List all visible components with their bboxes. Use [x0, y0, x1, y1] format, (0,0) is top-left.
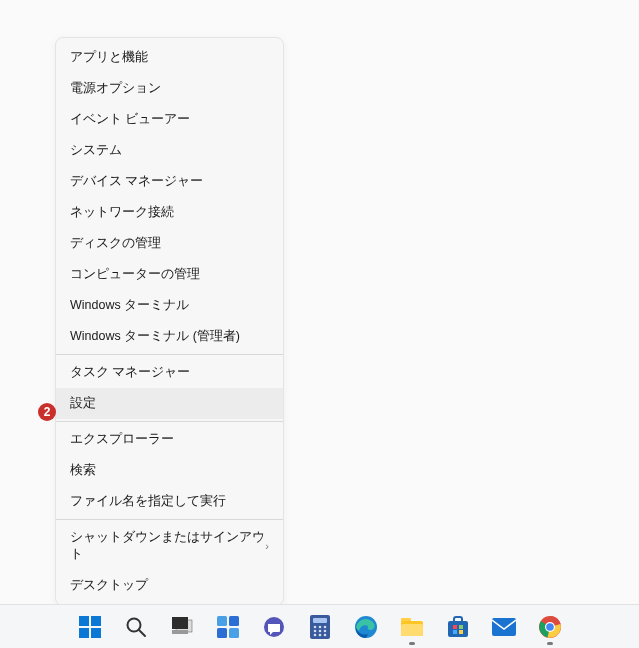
winx-context-menu: アプリと機能 電源オプション イベント ビューアー システム デバイス マネージ…: [55, 37, 284, 606]
store-icon: [447, 616, 469, 638]
menu-item-windows-terminal[interactable]: Windows ターミナル: [56, 290, 283, 321]
menu-label: Windows ターミナル: [70, 297, 189, 314]
submenu-chevron-icon: ›: [265, 540, 269, 552]
svg-rect-3: [91, 628, 101, 638]
mail-icon: [492, 618, 516, 636]
menu-item-desktop[interactable]: デスクトップ: [56, 570, 283, 601]
menu-label: アプリと機能: [70, 49, 148, 66]
svg-point-21: [323, 629, 326, 632]
svg-point-23: [318, 633, 321, 636]
search-button[interactable]: [124, 615, 148, 639]
search-icon: [125, 616, 147, 638]
svg-point-22: [313, 633, 316, 636]
chat-icon: [263, 616, 285, 638]
menu-divider: [56, 421, 283, 422]
annotation-badge-2: 2: [38, 403, 56, 421]
menu-item-network-connections[interactable]: ネットワーク接続: [56, 197, 283, 228]
menu-label: ディスクの管理: [70, 235, 161, 252]
mail-app[interactable]: [492, 615, 516, 639]
menu-item-system[interactable]: システム: [56, 135, 283, 166]
svg-rect-1: [91, 616, 101, 626]
svg-line-5: [139, 630, 145, 636]
menu-item-windows-terminal-admin[interactable]: Windows ターミナル (管理者): [56, 321, 283, 352]
svg-rect-8: [172, 630, 188, 634]
task-view-icon: [171, 617, 193, 637]
menu-divider: [56, 519, 283, 520]
menu-item-computer-management[interactable]: コンピューターの管理: [56, 259, 283, 290]
svg-rect-2: [79, 628, 89, 638]
svg-rect-12: [229, 628, 239, 638]
menu-label: 電源オプション: [70, 80, 161, 97]
menu-label: タスク マネージャー: [70, 364, 190, 381]
svg-rect-31: [492, 618, 516, 636]
calculator-app[interactable]: [308, 615, 332, 639]
svg-point-18: [323, 625, 326, 628]
menu-label: シャットダウンまたはサインアウト: [70, 529, 265, 563]
svg-point-34: [546, 623, 554, 631]
svg-rect-27: [453, 625, 457, 629]
menu-item-search[interactable]: 検索: [56, 455, 283, 486]
menu-divider: [56, 354, 283, 355]
menu-item-task-manager[interactable]: タスク マネージャー: [56, 357, 283, 388]
svg-point-20: [318, 629, 321, 632]
folder-icon: [401, 618, 423, 636]
svg-point-16: [313, 625, 316, 628]
menu-label: ネットワーク接続: [70, 204, 174, 221]
menu-label: ファイル名を指定して実行: [70, 493, 226, 510]
menu-label: コンピューターの管理: [70, 266, 200, 283]
svg-point-17: [318, 625, 321, 628]
file-explorer[interactable]: [400, 615, 424, 639]
svg-rect-10: [229, 616, 239, 626]
menu-label: 検索: [70, 462, 96, 479]
menu-item-device-manager[interactable]: デバイス マネージャー: [56, 166, 283, 197]
calculator-icon: [310, 615, 330, 639]
svg-rect-30: [459, 630, 463, 634]
taskbar: [0, 604, 639, 648]
svg-rect-11: [217, 628, 227, 638]
widgets-button[interactable]: [216, 615, 240, 639]
chrome-icon: [539, 616, 561, 638]
menu-item-shutdown-signout[interactable]: シャットダウンまたはサインアウト ›: [56, 522, 283, 570]
menu-label: エクスプローラー: [70, 431, 174, 448]
svg-rect-7: [172, 617, 188, 629]
svg-rect-26: [448, 621, 468, 637]
edge-browser[interactable]: [354, 615, 378, 639]
menu-label: システム: [70, 142, 122, 159]
menu-item-event-viewer[interactable]: イベント ビューアー: [56, 104, 283, 135]
menu-item-disk-management[interactable]: ディスクの管理: [56, 228, 283, 259]
menu-label: イベント ビューアー: [70, 111, 190, 128]
widgets-icon: [217, 616, 239, 638]
task-view-button[interactable]: [170, 615, 194, 639]
menu-item-run[interactable]: ファイル名を指定して実行: [56, 486, 283, 517]
menu-label: デバイス マネージャー: [70, 173, 203, 190]
menu-item-apps-features[interactable]: アプリと機能: [56, 42, 283, 73]
menu-label: 設定: [70, 395, 96, 412]
menu-item-settings[interactable]: 設定: [56, 388, 283, 419]
chrome-browser[interactable]: [538, 615, 562, 639]
chat-button[interactable]: [262, 615, 286, 639]
svg-rect-9: [217, 616, 227, 626]
menu-item-power-options[interactable]: 電源オプション: [56, 73, 283, 104]
menu-label: Windows ターミナル (管理者): [70, 328, 240, 345]
menu-item-explorer[interactable]: エクスプローラー: [56, 424, 283, 455]
edge-icon: [354, 615, 378, 639]
menu-label: デスクトップ: [70, 577, 148, 594]
start-button[interactable]: [78, 615, 102, 639]
svg-rect-29: [453, 630, 457, 634]
svg-point-19: [313, 629, 316, 632]
svg-rect-0: [79, 616, 89, 626]
svg-point-24: [323, 633, 326, 636]
svg-rect-28: [459, 625, 463, 629]
microsoft-store[interactable]: [446, 615, 470, 639]
svg-rect-15: [313, 618, 327, 623]
windows-logo-icon: [79, 616, 101, 638]
